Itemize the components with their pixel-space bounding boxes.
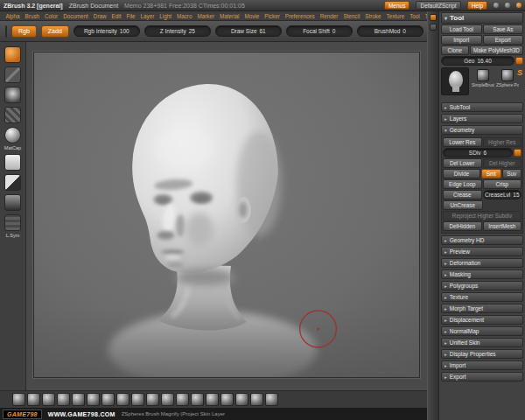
menu-item[interactable]: Brush [23,13,41,19]
insert-mesh-button[interactable]: InsertMesh [483,221,522,231]
shelf-slider[interactable]: Focal Shift 0 [286,25,353,37]
tool-thumbnail[interactable] [116,393,130,406]
layers-section-header[interactable]: Layers [441,114,523,123]
tool-thumbnail[interactable] [72,393,85,406]
clone-button[interactable]: Clone [441,46,469,55]
tool-thumbnail[interactable] [161,393,174,406]
menu-item[interactable]: Render [318,13,340,19]
texture-picker-icon[interactable] [4,107,21,123]
transparency-icon[interactable] [4,214,21,231]
menu-item[interactable]: Preferences [283,13,317,19]
close-button[interactable] [516,3,522,8]
shelf-slider[interactable]: Rgb Intensity 100 [74,25,140,37]
tool-palette-header[interactable]: Tool [441,12,523,24]
tool-section-header[interactable]: Unified Skin [441,338,523,347]
active-tool-thumbnail[interactable] [441,67,469,95]
load-tool-button[interactable]: Load Tool [441,24,482,34]
tool-thumbnail[interactable] [250,393,263,406]
menu-item[interactable]: Layer [138,13,157,19]
quick-pick-item[interactable]: ZSphere PolyMes [496,67,519,101]
stroke-picker-icon[interactable] [4,66,21,83]
tool-thumbnail[interactable] [102,393,115,406]
crease-button[interactable]: Crease [443,190,482,200]
menu-item[interactable]: Material [218,13,242,19]
tool-section-header[interactable]: Display Properties [441,349,523,359]
default-zscript-button[interactable]: DefaultZScript [416,1,460,10]
memory-slider[interactable]: Geo 16.40 [441,56,514,66]
tool-thumbnail[interactable] [235,393,248,406]
menu-item[interactable]: Color [43,13,60,19]
tool-section-header[interactable]: Deformation [441,258,523,268]
del-higher-button[interactable]: Del Higher [483,158,522,168]
crease-lvl-slider[interactable]: CreaseLvl 15 [483,190,522,200]
sdiv-max-icon[interactable] [514,149,522,157]
shelf-options-icon[interactable] [5,25,7,38]
color-picker-icon[interactable] [4,154,21,171]
quick-pick-item[interactable]: SimpleBrush [472,67,494,101]
lower-res-button[interactable]: Lower Res [443,137,482,147]
tool-thumbnail[interactable] [87,393,100,406]
smt-toggle-button[interactable]: Smt [481,169,501,178]
reproject-higher-subdiv-button[interactable]: Reproject Higher Subdiv [443,211,522,220]
menu-item[interactable]: File [124,13,137,19]
tool-section-header[interactable]: Masking [441,270,523,279]
restore-button[interactable] [505,3,510,8]
del-hidden-button[interactable]: DelHidden [443,221,482,231]
menu-item[interactable]: Texture [384,13,407,19]
memory-slider-icon[interactable] [515,57,523,65]
shelf-slider[interactable]: BrushMod 0 [357,25,424,37]
tool-section-header[interactable]: Displacement [441,315,523,325]
menu-item[interactable]: Stencil [341,13,362,19]
tool-thumbnail[interactable] [12,393,25,406]
tool-thumbnail[interactable] [220,393,234,406]
tool-thumbnail[interactable] [191,393,204,406]
menu-item[interactable]: Document [61,13,91,19]
menu-item[interactable]: Edit [109,13,123,19]
tool-section-header[interactable]: Preview [441,247,523,256]
sdiv-slider[interactable]: SDiv 6 [443,148,513,158]
panel-close-icon[interactable] [430,24,437,31]
tool-section-header[interactable]: Morph Target [441,304,523,313]
alpha-picker-icon[interactable] [4,87,21,103]
shelf-slider[interactable]: Z Intensity 25 [144,25,211,37]
tool-section-header[interactable]: Polygroups [441,281,523,290]
zadd-toggle-button[interactable]: Zadd [41,25,69,38]
menu-item[interactable]: Marker [195,13,217,19]
import-button[interactable]: Import [441,35,482,45]
tool-section-header[interactable]: Geometry HD [441,235,523,245]
tool-thumbnail[interactable] [57,393,70,406]
brush-picker-icon[interactable] [4,46,21,63]
sculpt-canvas[interactable] [33,52,420,378]
del-lower-button[interactable]: Del Lower [443,158,482,168]
tool-thumbnail[interactable] [176,393,189,406]
tool-section-header[interactable]: NormalMap [441,326,523,336]
make-polymesh3d-button[interactable]: Make PolyMesh3D [470,46,523,55]
menu-item[interactable]: Alpha [4,13,22,19]
switch-color-icon[interactable] [4,174,21,191]
uncrease-button[interactable]: UnCrease [443,200,483,210]
menu-item[interactable]: Picker [262,13,283,19]
edge-loop-button[interactable]: Edge Loop [443,179,482,189]
tool-thumbnail[interactable] [42,393,55,406]
tool-thumbnail[interactable] [27,393,40,406]
menu-item[interactable]: Macro [174,13,194,19]
save-as-button[interactable]: Save As [483,24,524,34]
geometry-section-header[interactable]: Geometry [441,125,523,135]
menu-item[interactable]: Draw [91,13,108,19]
menus-button[interactable]: Menus [384,1,410,10]
rgb-toggle-button[interactable]: Rgb [11,25,37,38]
divide-button[interactable]: Divide [443,169,480,178]
suv-toggle-button[interactable]: Suv [502,169,522,178]
help-button[interactable]: Help [467,1,487,10]
tool-section-header[interactable]: Export [441,372,523,382]
menu-item[interactable]: Light [158,13,174,19]
tool-thumbnail[interactable] [131,393,144,406]
panel-open-icon[interactable] [430,14,437,21]
menu-item[interactable]: Tool [408,13,423,19]
minimize-button[interactable] [494,3,499,8]
shelf-slider[interactable]: Draw Size 61 [215,25,282,37]
crisp-toggle-button[interactable]: Crisp [483,179,522,189]
tool-thumbnail[interactable] [265,393,278,406]
export-button[interactable]: Export [483,35,524,45]
menu-item[interactable]: Movie [242,13,262,19]
